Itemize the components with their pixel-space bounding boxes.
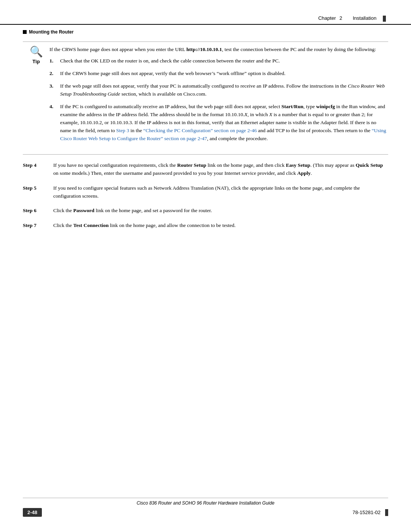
- section-square-icon: [23, 30, 27, 34]
- step-row: Step 5 If you need to configure special …: [23, 184, 388, 200]
- step-label: Step 5: [23, 184, 53, 192]
- sub-header-label: Mounting the Router: [29, 29, 73, 35]
- list-item: 3. If the web page still does not appear…: [49, 82, 388, 98]
- tip-content: If the CRWS home page does not appear wh…: [49, 46, 388, 147]
- list-item: 4. If the PC is configured to automatica…: [49, 103, 388, 143]
- list-item: 1. Check that the OK LED on the router i…: [49, 57, 388, 65]
- list-text: If the CRWS home page still does not app…: [60, 70, 388, 78]
- checking-pc-link[interactable]: “Checking the PC Configuration” section …: [143, 128, 257, 133]
- chapter-num: 2: [339, 15, 342, 21]
- page-header: Chapter 2 Installation: [0, 0, 411, 25]
- step-label: Step 7: [23, 222, 53, 230]
- sub-header: Mounting the Router: [0, 28, 411, 38]
- list-item: 2. If the CRWS home page still does not …: [49, 70, 388, 78]
- list-num: 3.: [49, 82, 60, 90]
- step-label: Step 4: [23, 161, 53, 169]
- list-text: If the PC is configured to automatically…: [60, 103, 388, 143]
- footer-bottom: 2-48 78-15281-02: [23, 508, 388, 517]
- tip-section: 🔍 Tip If the CRWS home page does not app…: [23, 42, 388, 155]
- tip-key-icon: 🔍: [30, 46, 43, 57]
- step-row: Step 6 Click the Password link on the ho…: [23, 207, 388, 215]
- tip-label: Tip: [32, 59, 40, 64]
- page-footer: Cisco 836 Router and SOHO 96 Router Hard…: [0, 498, 411, 517]
- steps-section: Step 4 If you have no special configurat…: [23, 161, 388, 230]
- chapter-word: Chapter: [318, 15, 336, 21]
- step-row: Step 4 If you have no special configurat…: [23, 161, 388, 177]
- page-number-box: 2-48: [23, 508, 42, 517]
- tip-list: 1. Check that the OK LED on the router i…: [49, 57, 388, 142]
- step-row: Step 7 Click the Test Connection link on…: [23, 222, 388, 230]
- list-num: 4.: [49, 103, 60, 111]
- step-content: If you need to configure special feature…: [53, 184, 388, 200]
- step-content: Click the Test Connection link on the ho…: [53, 222, 388, 230]
- tip-icon-area: 🔍 Tip: [23, 46, 49, 64]
- chapter-label: Chapter 2 Installation: [318, 15, 388, 22]
- doc-number: 78-15281-02: [352, 509, 388, 516]
- tip-intro: If the CRWS home page does not appear wh…: [49, 46, 388, 54]
- section-label: Installation: [353, 15, 376, 21]
- tip-url: http://10.10.10.1: [186, 46, 222, 52]
- list-num: 2.: [49, 70, 60, 78]
- doc-title-text: Cisco 836 Router and SOHO 96 Router Hard…: [137, 500, 274, 506]
- doc-num-bar-icon: [385, 509, 388, 516]
- main-content: 🔍 Tip If the CRWS home page does not app…: [0, 38, 411, 244]
- list-text: Check that the OK LED on the router is o…: [60, 57, 388, 65]
- step-content: Click the Password link on the home page…: [53, 207, 388, 215]
- footer-doc-title: Cisco 836 Router and SOHO 96 Router Hard…: [23, 498, 388, 506]
- list-num: 1.: [49, 57, 60, 65]
- italic-title: Cisco Router Web Setup Troubleshooting G…: [60, 83, 385, 97]
- list-text: If the web page still does not appear, v…: [60, 82, 388, 98]
- step3-link[interactable]: Step 3: [116, 128, 129, 133]
- step-label: Step 6: [23, 207, 53, 215]
- step-content: If you have no special configuration req…: [53, 161, 388, 177]
